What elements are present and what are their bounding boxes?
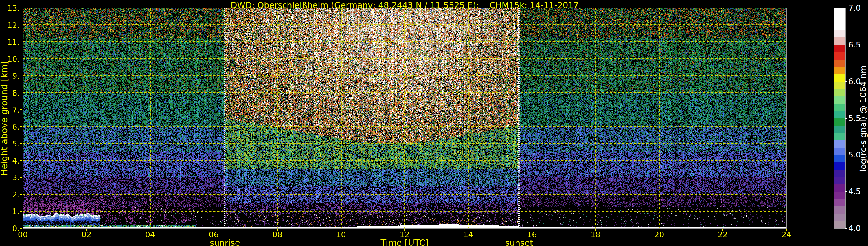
y-tick-label: 6.	[1, 122, 20, 131]
colorbar-tick-mark	[845, 228, 847, 228]
y-tick-label: 2.	[1, 190, 20, 199]
y-tick-label: 13.	[1, 4, 20, 13]
y-tick-mark	[20, 177, 22, 178]
backscatter-heatmap-canvas	[23, 8, 786, 228]
colorbar	[834, 8, 846, 228]
y-tick-label: 0.	[1, 224, 20, 233]
colorbar-tick-label: 7.0	[848, 3, 861, 12]
y-tick-mark	[20, 8, 22, 8]
y-tick-mark	[20, 110, 22, 110]
colorbar-label: log(rc-signal) @ 1064 nm	[858, 65, 868, 171]
y-tick-label: 3.	[1, 173, 20, 182]
y-tick-mark	[20, 75, 22, 76]
y-tick-label: 11.	[1, 38, 20, 47]
y-tick-label: 9.	[1, 71, 20, 81]
y-tick-mark	[20, 59, 22, 59]
colorbar-tick-mark	[845, 44, 847, 45]
y-tick-mark	[20, 143, 22, 144]
x-axis-label: Time [UTC]	[23, 238, 786, 246]
y-tick-label: 12.	[1, 21, 20, 30]
y-tick-mark	[20, 93, 22, 93]
y-tick-label: 7.	[1, 105, 20, 114]
y-tick-mark	[20, 194, 22, 195]
colorbar-tick-mark	[845, 155, 847, 155]
y-tick-mark	[20, 126, 22, 127]
colorbar-tick-label: 4.0	[848, 224, 861, 233]
y-tick-mark	[20, 211, 22, 212]
y-tick-label: 5.	[1, 139, 20, 148]
y-tick-label: 10.	[1, 55, 20, 64]
y-tick-label: 8.	[1, 89, 20, 97]
colorbar-tick-label: 4.5	[848, 187, 861, 196]
ceilometer-quicklook-figure: DWD: Oberschleißheim (Germany; 48.2443 N…	[0, 0, 868, 246]
y-tick-mark	[20, 42, 22, 42]
y-tick-mark	[20, 160, 22, 161]
y-tick-mark	[20, 228, 22, 228]
colorbar-tick-mark	[845, 118, 847, 119]
y-tick-label: 4.	[1, 156, 20, 165]
y-tick-label: 1.	[1, 207, 20, 216]
colorbar-tick-label: 6.5	[848, 40, 861, 49]
colorbar-tick-mark	[845, 8, 847, 8]
colorbar-tick-mark	[845, 81, 847, 82]
plot-area	[23, 8, 787, 228]
colorbar-tick-mark	[845, 191, 847, 192]
y-tick-mark	[20, 25, 22, 26]
